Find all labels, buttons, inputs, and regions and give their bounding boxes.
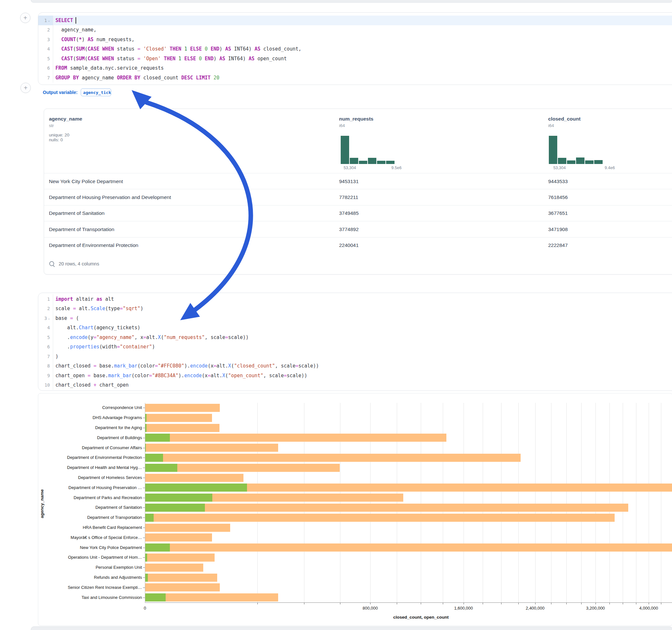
add-cell-button-top[interactable]: +	[20, 13, 30, 23]
y-axis-tick	[143, 408, 145, 408]
line-number: 10	[38, 381, 53, 390]
code-text: CAST(SUM(CASE WHEN status = 'Closed' THE…	[53, 44, 302, 54]
cell: Department of Sanitation	[49, 210, 104, 216]
line-number: 3⌄	[38, 313, 53, 323]
bar-closed-count	[145, 533, 212, 541]
histogram-bar	[549, 136, 557, 164]
column-name: num_requests	[339, 116, 374, 122]
bar-open-count	[145, 414, 146, 422]
output-variable-chip[interactable]: agency_tickets	[81, 89, 111, 96]
x-axis-tick-label: 4,000,000	[631, 606, 667, 610]
code-line: 4 CAST(SUM(CASE WHEN status = 'Closed' T…	[38, 44, 672, 54]
text-cursor	[75, 17, 76, 24]
column-header-agency-name: agency_name str unique: 20 nulls: 0	[49, 116, 82, 142]
add-cell-button-middle[interactable]: +	[20, 83, 31, 93]
fold-caret-icon[interactable]: ⌄	[48, 19, 50, 22]
y-axis-tick	[143, 528, 145, 528]
histogram-bar	[386, 161, 394, 164]
gridline	[483, 403, 483, 602]
y-axis-tick	[143, 598, 145, 598]
bar-closed-count	[145, 574, 217, 582]
histogram-bar	[368, 158, 376, 164]
code-line: 7)	[38, 352, 672, 361]
y-axis-label: Mayorâ€ s Office of Special Enforce…	[38, 535, 142, 540]
y-axis-label: Department of Buildings	[38, 435, 142, 440]
cell: 2240041	[339, 242, 359, 248]
histogram-closed-count	[549, 136, 603, 164]
gridline	[257, 403, 258, 602]
y-axis-label: DHS Advantage Programs	[38, 415, 142, 420]
table-row[interactable]: Department of Transportation377489234719…	[44, 221, 672, 237]
line-number: 6	[38, 342, 53, 352]
code-text: CAST(SUM(CASE WHEN status = 'Open' THEN …	[53, 54, 287, 64]
y-axis-label: Department of Consumer Affairs	[38, 445, 142, 450]
x-axis-title: closed_count, open_count	[393, 615, 449, 620]
hist-min-label: 53,304	[337, 166, 363, 170]
bar-closed-count	[145, 563, 203, 572]
cell: New York City Police Department	[49, 178, 123, 185]
bar-closed-count	[145, 424, 219, 432]
cell: 3471908	[548, 226, 568, 232]
table-row[interactable]: Department of Sanitation37494853677651	[44, 205, 672, 221]
line-number: 5	[38, 333, 53, 342]
code-text: COUNT(*) AS num_requests,	[53, 35, 135, 44]
gridline	[596, 403, 596, 602]
cell: Department of Transportation	[49, 226, 115, 232]
x-axis-tick-label: 0	[127, 606, 163, 610]
code-text: agency_name,	[53, 25, 96, 35]
bar-open-count	[145, 424, 146, 432]
hist-min-label: 53,304	[547, 166, 573, 170]
python-editor[interactable]: 1import altair as alt2scale = alt.Scale(…	[38, 293, 672, 391]
bar-open-count	[145, 504, 205, 512]
code-text: base = (	[53, 313, 79, 323]
y-axis-tick	[143, 418, 145, 418]
output-variable-label: Output variable:	[43, 90, 77, 95]
y-axis-tick	[143, 587, 145, 588]
bar-open-count	[145, 434, 170, 442]
y-axis-label: Department for the Aging	[38, 425, 142, 430]
bar-closed-count	[145, 514, 615, 522]
bar-open-count	[145, 464, 177, 472]
histogram-bar	[585, 161, 594, 164]
bar-open-count	[145, 574, 148, 582]
gridline	[649, 403, 649, 602]
code-line: 2scale = alt.Scale(type="sqrt")	[38, 304, 672, 314]
table-row[interactable]: New York City Police Department945313194…	[44, 173, 672, 189]
table-row[interactable]: Department of Housing Preservation and D…	[44, 189, 672, 205]
bar-closed-count	[145, 543, 672, 552]
bar-open-count	[145, 543, 170, 552]
code-line: 3⌄base = (	[38, 313, 672, 323]
column-header-num-requests: num_requests i64	[339, 116, 374, 128]
histogram-bar	[594, 160, 603, 164]
gridline	[609, 403, 610, 602]
bar-closed-count	[145, 474, 243, 482]
next-cell-edge	[31, 626, 672, 630]
gridline	[551, 403, 551, 602]
histogram-bar	[576, 158, 584, 164]
y-axis-label: Department of Homeless Services	[38, 475, 142, 480]
y-axis-tick	[143, 538, 145, 538]
bar-closed-count	[145, 444, 278, 452]
bar-open-count	[145, 593, 166, 602]
x-axis-line	[145, 602, 672, 603]
chart-output: Correspondence UnitDHS Advantage Program…	[38, 393, 672, 626]
table-row-count: 20 rows, 4 columns	[59, 261, 99, 266]
hist-max-label: 9.4e6	[597, 166, 623, 170]
x-axis-tick-label: 1,600,000	[446, 606, 481, 610]
line-number: 3	[38, 35, 53, 44]
cell: 3774892	[339, 226, 359, 232]
fold-caret-icon[interactable]: ⌄	[48, 316, 50, 320]
bar-open-count	[145, 444, 146, 452]
cell: 7618456	[548, 194, 568, 200]
y-axis-tick	[143, 557, 145, 558]
histogram-bar	[567, 161, 575, 164]
code-text: .properties(width="container")	[53, 342, 155, 352]
cell: 9443533	[548, 178, 568, 185]
table-row[interactable]: Department of Environmental Protection22…	[44, 237, 672, 253]
sql-editor[interactable]: 1⌄SELECT2 agency_name,3 COUNT(*) AS num_…	[38, 12, 672, 85]
line-number: 4	[38, 323, 53, 333]
y-axis-title: agency_name	[40, 489, 44, 518]
search-icon[interactable]	[49, 261, 55, 267]
hist-max-label: 9.5e6	[383, 166, 409, 170]
y-axis-tick	[143, 567, 145, 568]
